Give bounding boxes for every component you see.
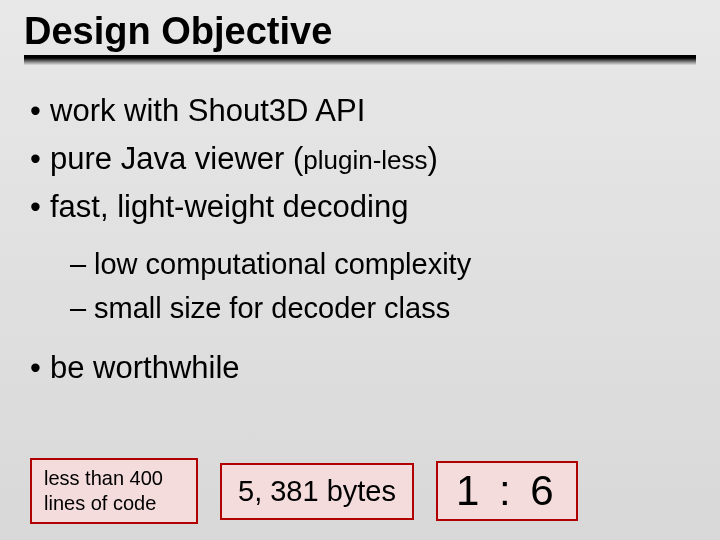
bullet-text: be worthwhile	[50, 350, 240, 385]
lines-of-code-box: less than 400 lines of code	[30, 458, 198, 524]
bullet-item: fast, light-weight decoding	[30, 183, 696, 231]
sub-bullet-item: low computational complexity	[70, 243, 696, 287]
box-line: less than 400	[44, 466, 184, 491]
sub-bullet-text: small size for decoder class	[94, 292, 450, 324]
box-text: 1 : 6	[456, 467, 558, 515]
bullet-text: pure Java viewer (	[50, 141, 303, 176]
bullet-item: pure Java viewer (plugin-less)	[30, 135, 696, 183]
box-text: 5, 381 bytes	[238, 475, 396, 508]
bytes-box: 5, 381 bytes	[220, 463, 414, 520]
callout-boxes: less than 400 lines of code 5, 381 bytes…	[30, 458, 578, 524]
title-underline	[24, 55, 696, 65]
bullet-text: work with Shout3D API	[50, 93, 365, 128]
bullet-list: work with Shout3D API pure Java viewer (…	[24, 87, 696, 231]
sub-bullet-list: low computational complexity small size …	[24, 243, 696, 330]
ratio-box: 1 : 6	[436, 461, 578, 521]
box-line: lines of code	[44, 491, 184, 516]
bullet-item: be worthwhile	[30, 344, 696, 392]
bullet-list-2: be worthwhile	[24, 344, 696, 392]
bullet-text: )	[428, 141, 438, 176]
bullet-text: fast, light-weight decoding	[50, 189, 408, 224]
bullet-paren: plugin-less	[303, 145, 427, 175]
sub-bullet-item: small size for decoder class	[70, 287, 696, 331]
slide: Design Objective work with Shout3D API p…	[0, 0, 720, 540]
sub-bullet-text: low computational complexity	[94, 248, 471, 280]
slide-title: Design Objective	[24, 10, 696, 53]
bullet-item: work with Shout3D API	[30, 87, 696, 135]
